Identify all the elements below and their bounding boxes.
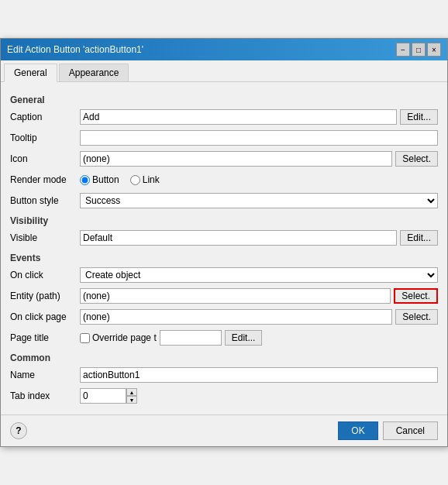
section-general: General — [10, 95, 438, 105]
row-on-click: On click Create object None Navigate Sub… — [10, 267, 438, 284]
on-click-page-input[interactable] — [80, 309, 392, 325]
render-mode-group: Button Link — [80, 174, 160, 185]
label-tab-index: Tab index — [10, 390, 80, 401]
on-click-page-select-button[interactable]: Select. — [395, 309, 438, 325]
row-visible: Visible Edit... — [10, 229, 438, 246]
name-input[interactable] — [80, 367, 438, 383]
radio-button-label[interactable]: Button — [80, 174, 119, 185]
section-visibility: Visibility — [10, 215, 438, 226]
footer-action-buttons: OK Cancel — [338, 421, 438, 440]
page-title-input[interactable] — [160, 330, 222, 346]
cancel-button[interactable]: Cancel — [383, 421, 438, 440]
visible-edit-button[interactable]: Edit... — [400, 230, 438, 246]
label-render-mode: Render mode — [10, 174, 80, 185]
icon-input-group: Select. — [80, 151, 438, 167]
radio-link[interactable] — [130, 175, 140, 185]
row-render-mode: Render mode Button Link — [10, 171, 438, 188]
label-button-style: Button style — [10, 195, 80, 206]
row-name: Name — [10, 366, 438, 384]
page-title-checkbox[interactable] — [80, 333, 90, 343]
on-click-page-input-group: Select. — [80, 309, 438, 325]
tab-appearance[interactable]: Appearance — [59, 64, 129, 81]
icon-input[interactable] — [80, 151, 392, 167]
on-click-dropdown-container: Create object None Navigate Submit — [80, 267, 438, 283]
tab-bar: General Appearance — [1, 60, 447, 82]
label-on-click: On click — [10, 270, 80, 280]
minimize-button[interactable]: − — [396, 43, 410, 57]
row-on-click-page: On click page Select. — [10, 308, 438, 325]
tab-general[interactable]: General — [4, 64, 57, 82]
entity-path-select-button[interactable]: Select. — [394, 288, 438, 304]
spinner-buttons: ▲ ▼ — [126, 388, 137, 404]
section-common: Common — [10, 353, 438, 363]
label-icon: Icon — [10, 153, 80, 164]
radio-link-label[interactable]: Link — [130, 174, 160, 185]
button-style-dropdown-container: Default Primary Success Info Warning Dan… — [80, 193, 438, 208]
tab-index-input[interactable] — [80, 388, 126, 404]
spinner-up-button[interactable]: ▲ — [126, 388, 137, 396]
button-style-select[interactable]: Default Primary Success Info Warning Dan… — [80, 193, 438, 208]
label-on-click-page: On click page — [10, 311, 80, 322]
label-name: Name — [10, 370, 80, 380]
title-bar: Edit Action Button 'actionButton1' − □ × — [1, 39, 447, 60]
row-icon: Icon Select. — [10, 150, 438, 167]
footer: ? OK Cancel — [1, 414, 447, 446]
spinner-down-button[interactable]: ▼ — [126, 396, 137, 404]
ok-button[interactable]: OK — [338, 421, 377, 440]
page-title-input-group: Override page t Edit... — [80, 330, 438, 346]
section-events: Events — [10, 253, 438, 263]
label-caption: Caption — [10, 112, 80, 122]
tab-index-spinner: ▲ ▼ — [80, 388, 137, 404]
on-click-select[interactable]: Create object None Navigate Submit — [80, 267, 438, 283]
caption-edit-button[interactable]: Edit... — [400, 109, 438, 125]
radio-button[interactable] — [80, 175, 90, 185]
icon-select-button[interactable]: Select. — [395, 151, 438, 167]
entity-path-input-group: Select. — [80, 288, 438, 304]
window-title: Edit Action Button 'actionButton1' — [7, 44, 143, 55]
visible-input[interactable] — [80, 230, 397, 246]
row-caption: Caption Edit... — [10, 108, 438, 126]
tooltip-input-group — [80, 130, 438, 146]
row-page-title: Page title Override page t Edit... — [10, 329, 438, 346]
title-bar-controls: − □ × — [396, 43, 441, 57]
label-page-title: Page title — [10, 332, 80, 343]
label-entity-path: Entity (path) — [10, 291, 80, 301]
row-tab-index: Tab index ▲ ▼ — [10, 387, 438, 404]
row-entity-path: Entity (path) Select. — [10, 287, 438, 304]
tooltip-input[interactable] — [80, 130, 438, 146]
label-visible: Visible — [10, 232, 80, 243]
maximize-button[interactable]: □ — [412, 43, 426, 57]
page-title-edit-button[interactable]: Edit... — [225, 330, 263, 346]
row-button-style: Button style Default Primary Success Inf… — [10, 192, 438, 209]
page-title-checkbox-label[interactable]: Override page t — [80, 330, 157, 346]
label-tooltip: Tooltip — [10, 132, 80, 143]
caption-input[interactable] — [80, 109, 397, 125]
form-content: General Caption Edit... Tooltip Icon Sel… — [1, 82, 447, 414]
entity-path-input[interactable] — [80, 288, 391, 304]
visible-input-group: Edit... — [80, 230, 438, 246]
help-button[interactable]: ? — [10, 422, 27, 439]
row-tooltip: Tooltip — [10, 129, 438, 146]
caption-input-group: Edit... — [80, 109, 438, 125]
close-button[interactable]: × — [427, 43, 441, 57]
name-input-group — [80, 367, 438, 383]
main-window: Edit Action Button 'actionButton1' − □ ×… — [0, 38, 448, 447]
